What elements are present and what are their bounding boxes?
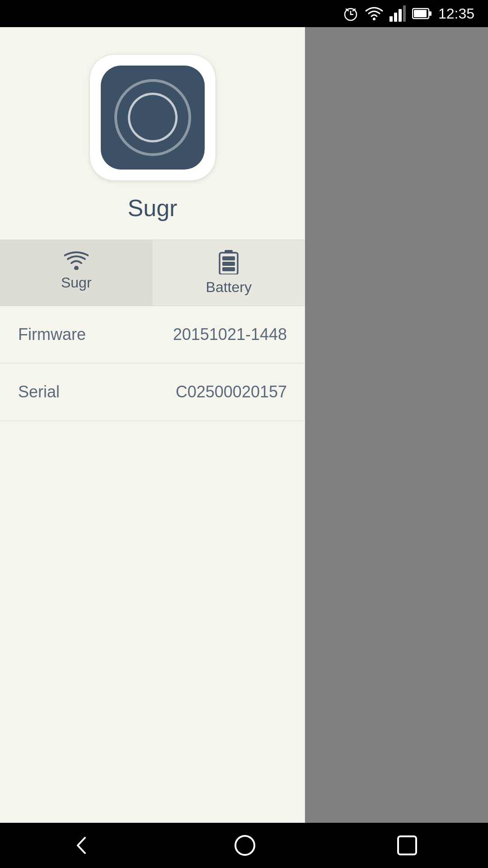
device-icon-circle bbox=[128, 93, 178, 142]
battery-status-icon bbox=[412, 7, 432, 20]
wifi-status-icon bbox=[365, 5, 383, 22]
device-icon-ring bbox=[114, 79, 191, 156]
nav-recent-button[interactable] bbox=[397, 835, 418, 856]
serial-label: Serial bbox=[18, 382, 60, 401]
device-name: Sugr bbox=[128, 194, 178, 222]
tab-bar: Sugr Battery bbox=[0, 240, 305, 306]
svg-rect-8 bbox=[399, 9, 402, 22]
info-row-firmware: Firmware 20151021-1448 bbox=[0, 306, 305, 363]
svg-rect-20 bbox=[398, 836, 416, 854]
svg-rect-6 bbox=[389, 16, 393, 22]
home-icon bbox=[234, 834, 256, 857]
svg-rect-18 bbox=[222, 267, 235, 271]
nav-bar bbox=[0, 823, 488, 868]
svg-rect-16 bbox=[222, 256, 235, 260]
status-bar: 12:35 bbox=[0, 0, 488, 27]
status-time: 12:35 bbox=[438, 5, 474, 22]
alarm-icon bbox=[343, 5, 359, 22]
svg-rect-17 bbox=[222, 262, 235, 266]
app-panel: Sugr Sugr bbox=[0, 27, 305, 823]
svg-point-5 bbox=[373, 18, 375, 20]
device-header: Sugr bbox=[0, 27, 305, 240]
battery-tab-icon bbox=[219, 250, 239, 274]
recent-icon bbox=[397, 835, 418, 856]
firmware-value: 20151021-1448 bbox=[173, 325, 287, 344]
tab-battery-label: Battery bbox=[206, 279, 252, 296]
back-icon bbox=[70, 834, 93, 857]
device-icon-wrapper bbox=[89, 54, 216, 181]
svg-point-19 bbox=[235, 836, 254, 855]
sidebar-panel bbox=[305, 27, 488, 823]
svg-point-13 bbox=[74, 266, 79, 270]
info-row-serial: Serial C02500020157 bbox=[0, 363, 305, 421]
serial-value: C02500020157 bbox=[176, 382, 287, 401]
tab-battery[interactable]: Battery bbox=[153, 240, 305, 306]
svg-rect-12 bbox=[414, 10, 427, 17]
tab-sugr[interactable]: Sugr bbox=[0, 240, 153, 306]
device-icon-inner bbox=[101, 66, 205, 170]
tab-sugr-label: Sugr bbox=[61, 274, 92, 291]
svg-rect-11 bbox=[429, 11, 432, 16]
firmware-label: Firmware bbox=[18, 325, 86, 344]
sugr-tab-wifi-icon bbox=[64, 250, 89, 270]
status-icons: 12:35 bbox=[343, 5, 474, 22]
nav-home-button[interactable] bbox=[234, 834, 256, 857]
svg-rect-7 bbox=[394, 13, 397, 22]
main-wrapper: Sugr Sugr bbox=[0, 27, 488, 823]
nav-back-button[interactable] bbox=[70, 834, 93, 857]
svg-rect-9 bbox=[403, 5, 406, 22]
signal-icon bbox=[389, 5, 406, 22]
info-table: Firmware 20151021-1448 Serial C025000201… bbox=[0, 306, 305, 823]
